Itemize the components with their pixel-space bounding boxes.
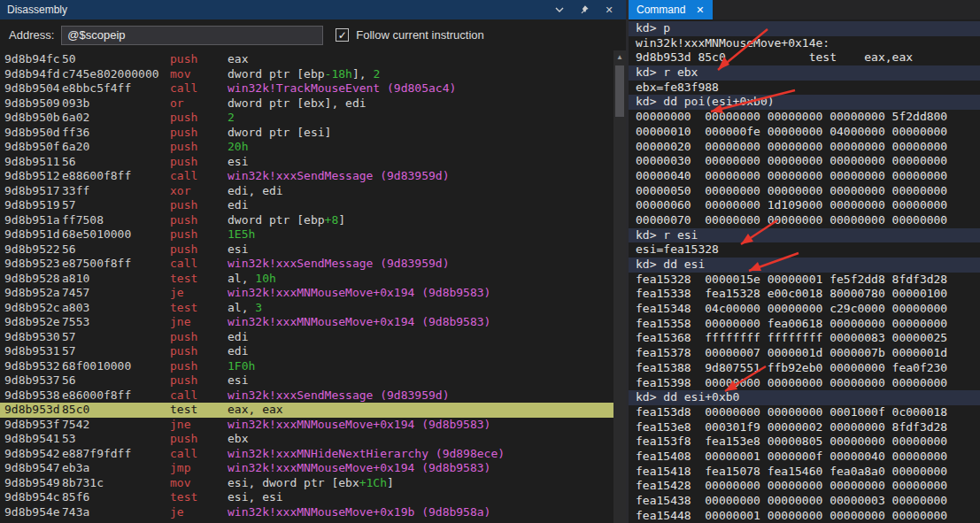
- disassembly-panel: Disassembly ✕ Address: ✓ Follow current …: [0, 0, 629, 523]
- disassembly-titlebar-icons: ✕: [553, 4, 615, 16]
- disassembly-line[interactable]: 9d8b951733ffxoredi, edi: [0, 184, 613, 199]
- disassembly-title: Disassembly: [7, 4, 553, 16]
- command-output-line: fea15448 00000001 00000000 00000000 0000…: [629, 509, 980, 523]
- disassembly-line[interactable]: 9d8b953157pushedi: [0, 344, 613, 359]
- command-output-line: fea15438 00000000 00000000 00000003 0000…: [629, 494, 980, 509]
- disassembly-listing: 9d8b94fc50pusheax9d8b94fdc745e802000000m…: [0, 50, 613, 523]
- command-input-line: kd> p: [629, 21, 980, 36]
- disassembly-line[interactable]: 9d8b951d68e5010000push1E5h: [0, 227, 613, 242]
- check-icon: ✓: [338, 30, 347, 41]
- command-output-line: fea15358 00000000 fea00618 00000000 0000…: [629, 317, 980, 332]
- disassembly-titlebar[interactable]: Disassembly ✕: [0, 0, 626, 19]
- disassembly-line[interactable]: 9d8b953756pushesi: [0, 373, 613, 388]
- command-input-line: kd> dd esi: [629, 258, 980, 273]
- command-output-line: fea15328 0000015e 00000001 fe5f2dd8 8fdf…: [629, 273, 980, 288]
- command-output-line: ebx=fe83f988: [629, 81, 980, 96]
- disassembly-line[interactable]: 9d8b9547eb3ajmpwin32k!xxxMNMouseMove+0x1…: [0, 461, 613, 476]
- disassembly-line[interactable]: 9d8b94fdc745e802000000movdword ptr [ebp-…: [0, 67, 613, 82]
- command-output-line: 00000030 00000000 00000000 00000000 0000…: [629, 154, 980, 169]
- command-output-line: fea153e8 000301f9 00000002 00000000 8fdf…: [629, 420, 980, 435]
- command-input-line: kd> r ebx: [629, 65, 980, 81]
- disassembly-line[interactable]: 9d8b9504e8bbc5f4ffcallwin32k!TrackMouseE…: [0, 81, 613, 96]
- command-output-line: fea15388 9d807551 ffb92eb0 00000000 fea0…: [629, 361, 980, 376]
- address-input[interactable]: [61, 26, 323, 45]
- follow-label: Follow current instruction: [356, 28, 484, 42]
- disassembly-line[interactable]: 9d8b954e743ajewin32k!xxxMNMouseMove+0x19…: [0, 505, 613, 520]
- command-output-line: fea153d8 00000000 00000000 0001000f 0c00…: [629, 405, 980, 420]
- chevron-down-icon[interactable]: [553, 4, 566, 16]
- disassembly-line-current[interactable]: 9d8b953d85c0testeax, eax: [0, 403, 613, 418]
- command-output-line: fea153f8 fea153e8 00000805 00000000 0000…: [629, 435, 980, 450]
- close-icon[interactable]: ✕: [603, 4, 615, 16]
- windbg-app: Disassembly ✕ Address: ✓ Follow current …: [0, 0, 980, 523]
- command-input-line: kd> dd esi+0xb0: [629, 390, 980, 405]
- disassembly-line[interactable]: 9d8b952ca803testal, 3: [0, 301, 613, 316]
- disassembly-line[interactable]: 9d8b9509093bordword ptr [ebx], edi: [0, 96, 613, 112]
- command-output-line: esi=fea15328: [629, 242, 980, 258]
- command-output-line: 00000050 00000000 00000000 00000000 0000…: [629, 184, 980, 199]
- disassembly-line[interactable]: 9d8b954c85f6testesi, esi: [0, 490, 613, 505]
- disassembly-line[interactable]: 9d8b952e7553jnewin32k!xxxMNMouseMove+0x1…: [0, 315, 613, 330]
- disassembly-line[interactable]: 9d8b954153pushebx: [0, 432, 613, 447]
- disassembly-line[interactable]: 9d8b952a7457jewin32k!xxxMNMouseMove+0x19…: [0, 286, 613, 301]
- command-output-line: 00000040 00000000 00000000 00000000 0000…: [629, 169, 980, 184]
- disassembly-line[interactable]: 9d8b950f6a20push20h: [0, 140, 613, 155]
- command-output-line: win32k!xxxMNMouseMove+0x14e:: [629, 36, 980, 51]
- command-input-line: kd> r esi: [629, 228, 980, 243]
- disassembly-scrollbar[interactable]: ▲: [613, 50, 626, 523]
- disassembly-line[interactable]: 9d8b9538e86000f8ffcallwin32k!xxxSendMess…: [0, 388, 613, 404]
- command-output-line: 00000070 00000000 00000000 00000000 0000…: [629, 213, 980, 228]
- command-output-line: fea15428 00000000 00000000 00000000 0000…: [629, 479, 980, 494]
- command-output-line: 00000010 000000fe 00000000 04000000 0000…: [629, 125, 980, 140]
- disassembly-line[interactable]: 9d8b950dff36pushdword ptr [esi]: [0, 126, 613, 141]
- follow-checkbox[interactable]: ✓: [336, 28, 349, 42]
- command-output-line: fea15378 00000007 0000001d 0000007b 0000…: [629, 346, 980, 361]
- disassembly-line[interactable]: 9d8b952256pushesi: [0, 242, 613, 258]
- command-output-line: fea15338 fea15328 e00c0018 80000780 0000…: [629, 287, 980, 302]
- command-output-line: 00000020 00000000 00000000 00000000 0000…: [629, 140, 980, 155]
- disassembly-toolbar: Address: ✓ Follow current instruction: [0, 19, 626, 50]
- tab-command[interactable]: Command ✕: [629, 0, 713, 19]
- disassembly-line[interactable]: 9d8b953057pushedi: [0, 330, 613, 345]
- disassembly-line[interactable]: 9d8b953f7542jnewin32k!xxxMNMouseMove+0x1…: [0, 418, 613, 433]
- scroll-up-icon[interactable]: ▲: [613, 50, 626, 64]
- disassembly-line[interactable]: 9d8b9523e87500f8ffcallwin32k!xxxSendMess…: [0, 257, 613, 272]
- disassembly-line[interactable]: 9d8b951aff7508pushdword ptr [ebp+8]: [0, 213, 613, 228]
- close-icon[interactable]: ✕: [696, 4, 704, 16]
- command-output-line: 9d8b953d 85c0 test eax,eax: [629, 50, 980, 65]
- address-label: Address:: [9, 28, 54, 42]
- command-output-line: fea15368 ffffffff ffffffff 00000083 0000…: [629, 331, 980, 346]
- disassembly-line[interactable]: 9d8b950b6a02push2: [0, 111, 613, 126]
- command-output: kd> pwin32k!xxxMNMouseMove+0x14e:9d8b953…: [629, 19, 980, 523]
- disassembly-line[interactable]: 9d8b9542e887f9fdffcallwin32k!xxxMNHideNe…: [0, 447, 613, 462]
- command-output-line: fea15348 04c00000 00000000 c29c0000 0000…: [629, 302, 980, 317]
- disassembly-line[interactable]: 9d8b9512e88600f8ffcallwin32k!xxxSendMess…: [0, 169, 613, 184]
- disassembly-line[interactable]: 9d8b951156pushesi: [0, 155, 613, 170]
- command-titlebar: Command ✕: [629, 0, 980, 19]
- disassembly-line[interactable]: 9d8b9528a810testal, 10h: [0, 272, 613, 287]
- command-output-line: fea15418 fea15078 fea15460 fea0a8a0 0000…: [629, 465, 980, 480]
- disassembly-line[interactable]: 9d8b953268f0010000push1F0h: [0, 359, 613, 374]
- command-output-line: fea15398 00000000 00000000 00000000 0000…: [629, 376, 980, 391]
- command-output-line: 00000000 00000000 00000000 00000000 5f2d…: [629, 110, 980, 125]
- disassembly-line[interactable]: 9d8b951957pushedi: [0, 198, 613, 213]
- command-tab-label: Command: [637, 4, 685, 16]
- command-output-line: 00000060 00000000 1d109000 00000000 0000…: [629, 198, 980, 213]
- disassembly-line[interactable]: 9d8b94fc50pusheax: [0, 52, 613, 67]
- scrollbar-thumb[interactable]: [615, 65, 624, 117]
- command-output-line: fea15408 00000001 0000000f 00000040 0000…: [629, 450, 980, 465]
- pin-icon[interactable]: [578, 4, 590, 16]
- command-input-line: kd> dd poi(esi+0xb0): [629, 95, 980, 110]
- command-panel: Command ✕ kd> pwin32k!xxxMNMouseMove+0x1…: [629, 0, 980, 523]
- disassembly-line[interactable]: 9d8b95498b731cmovesi, dword ptr [ebx+1Ch…: [0, 476, 613, 491]
